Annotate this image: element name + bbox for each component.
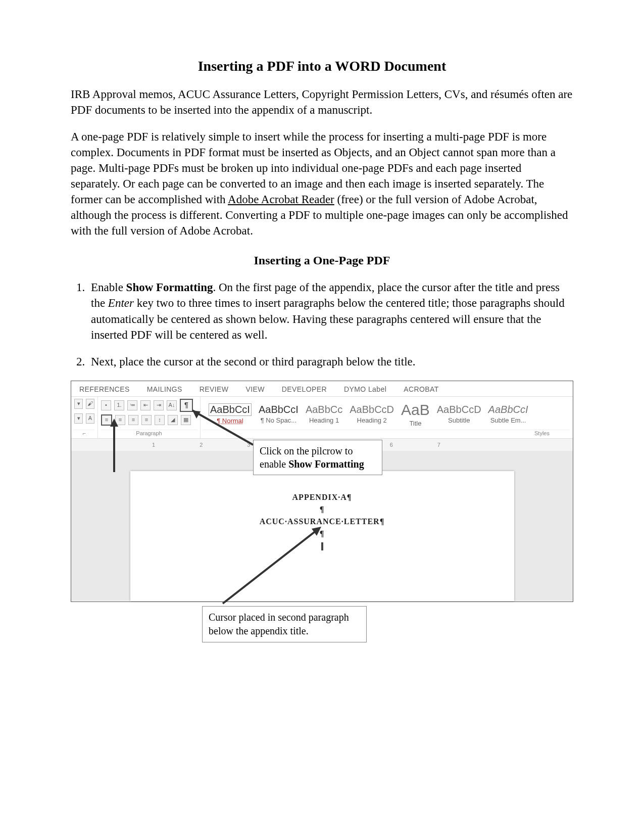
text-cursor xyxy=(321,542,323,550)
section-heading-one-page-pdf: Inserting a One-Page PDF xyxy=(71,254,573,267)
pilcrow-button[interactable]: ¶ xyxy=(180,399,193,412)
word-ribbon-screenshot: REFERENCES MAILINGS REVIEW VIEW DEVELOPE… xyxy=(71,381,573,602)
step1-italic: Enter xyxy=(108,297,134,309)
styles-group-label: Styles xyxy=(204,430,570,436)
document-title: Inserting a PDF into a WORD Document xyxy=(71,58,573,74)
dropdown-icon[interactable]: ▾ xyxy=(74,413,83,424)
callout-pilcrow: Click on the pilcrow to enable Show Form… xyxy=(253,440,382,475)
dropdown-icon[interactable]: ▾ xyxy=(74,399,83,409)
group-launcher-icon[interactable]: ⌐ xyxy=(74,430,94,436)
steps-list: Enable Show Formatting. On the first pag… xyxy=(71,280,573,369)
format-painter-icon[interactable]: 🖌 xyxy=(86,399,94,409)
style-heading-1[interactable]: AaBbCc Heading 1 xyxy=(306,404,342,424)
step1-bold: Show Formatting xyxy=(126,281,213,294)
adobe-reader-link[interactable]: Adobe Acrobat Reader xyxy=(228,193,334,206)
multilevel-list-icon[interactable]: ≔ xyxy=(127,400,137,410)
tab-dymo[interactable]: DYMO Label xyxy=(344,385,386,393)
intro-paragraph-2: A one-page PDF is relatively simple to i… xyxy=(71,129,573,239)
doc-line-blank1: ¶ xyxy=(130,503,514,516)
step-2: Next, place the cursor at the second or … xyxy=(88,354,573,369)
doc-line-appendix: APPENDIX·A¶ xyxy=(130,491,514,503)
align-left-icon[interactable]: ≡ xyxy=(101,414,112,426)
tab-references[interactable]: REFERENCES xyxy=(79,385,130,393)
ribbon-tabs: REFERENCES MAILINGS REVIEW VIEW DEVELOPE… xyxy=(71,381,573,397)
paragraph-group-label: Paragraph xyxy=(101,430,197,436)
font-color-icon[interactable]: A xyxy=(86,413,94,424)
line-spacing-icon[interactable]: ↕ xyxy=(155,415,165,425)
borders-icon[interactable]: ▦ xyxy=(181,415,191,425)
callout-cursor: Cursor placed in second paragraph below … xyxy=(202,606,367,642)
style-subtitle[interactable]: AaBbCcD Subtitle xyxy=(437,404,481,424)
decrease-indent-icon[interactable]: ⇤ xyxy=(140,400,151,410)
style-no-spacing[interactable]: AaBbCcI ¶ No Spac... xyxy=(259,404,299,424)
tab-developer[interactable]: DEVELOPER xyxy=(282,385,327,393)
style-normal[interactable]: AaBbCcI ¶ Normal xyxy=(209,403,252,425)
bullets-icon[interactable]: • xyxy=(101,400,111,410)
tab-mailings[interactable]: MAILINGS xyxy=(147,385,182,393)
style-subtle-emphasis[interactable]: AaBbCcI Subtle Em... xyxy=(488,404,528,424)
style-title[interactable]: AaB Title xyxy=(401,401,430,427)
align-right-icon[interactable]: ≡ xyxy=(128,415,138,425)
numbering-icon[interactable]: 1. xyxy=(114,400,124,410)
increase-indent-icon[interactable]: ⇥ xyxy=(154,400,164,410)
intro-paragraph-1: IRB Approval memos, ACUC Assurance Lette… xyxy=(71,86,573,118)
styles-gallery[interactable]: AaBbCcI ¶ Normal AaBbCcI ¶ No Spac... Aa… xyxy=(204,399,570,429)
doc-line-blank2: ¶ xyxy=(130,528,514,540)
step-1: Enable Show Formatting. On the first pag… xyxy=(88,280,573,342)
document-page[interactable]: APPENDIX·A¶ ¶ ACUC·ASSURANCE·LETTER¶ ¶ xyxy=(130,471,514,601)
style-heading-2[interactable]: AaBbCcD Heading 2 xyxy=(350,404,394,424)
tab-acrobat[interactable]: ACROBAT xyxy=(404,385,438,393)
tab-review[interactable]: REVIEW xyxy=(200,385,229,393)
justify-icon[interactable]: ≡ xyxy=(141,415,152,425)
sort-icon[interactable]: A↓ xyxy=(167,400,177,410)
doc-line-acuc: ACUC·ASSURANCE·LETTER¶ xyxy=(130,516,514,528)
shading-icon[interactable]: ◢ xyxy=(168,415,178,425)
tab-view[interactable]: VIEW xyxy=(245,385,264,393)
align-center-icon[interactable]: ≡ xyxy=(115,415,125,425)
